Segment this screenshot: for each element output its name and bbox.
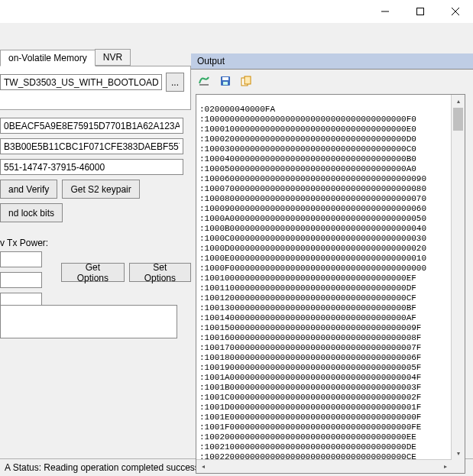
output-text[interactable]: :020000040000FA :10000000000000000000000… [196, 103, 451, 465]
scroll-down-button[interactable]: ▾ [452, 447, 465, 460]
file-path-input[interactable] [0, 74, 162, 90]
status-text: A Status: Reading operation completed su… [5, 462, 218, 473]
horizontal-scrollbar[interactable]: ◂ ▸ [196, 459, 452, 473]
tab-nvm[interactable]: on-Volatile Memory [0, 50, 96, 66]
lock-bits-button[interactable]: nd lock bits [0, 203, 63, 222]
key-field-3[interactable] [0, 159, 183, 175]
minimize-button[interactable] [368, 0, 403, 23]
scroll-thumb[interactable] [453, 108, 463, 131]
maximize-button[interactable] [403, 0, 438, 23]
set-options-button[interactable]: Set Options [129, 263, 191, 282]
verify-button[interactable]: and Verify [0, 180, 57, 199]
tab-nvr[interactable]: NVR [95, 49, 131, 66]
scroll-left-button[interactable]: ◂ [196, 463, 209, 470]
copy-icon[interactable] [238, 73, 255, 89]
output-box: :020000040000FA :10000000000000000000000… [196, 94, 465, 474]
close-button[interactable] [438, 0, 473, 23]
key-field-1[interactable] [0, 118, 183, 134]
output-toolbar [191, 70, 473, 92]
clear-icon[interactable] [196, 73, 212, 89]
key-field-2[interactable] [0, 138, 183, 154]
vertical-scrollbar[interactable]: ▴ ▾ [451, 95, 465, 473]
scroll-up-button[interactable]: ▴ [452, 95, 465, 108]
tx-power-input-1[interactable] [0, 251, 42, 267]
left-panel: on-Volatile Memory NVR ... and Verify Ge… [0, 23, 191, 458]
scroll-right-button[interactable]: ▸ [439, 463, 452, 470]
browse-button[interactable]: ... [166, 73, 184, 92]
svg-rect-6 [222, 77, 228, 80]
output-header: Output [191, 53, 473, 70]
titlebar [0, 0, 473, 23]
tx-power-input-2[interactable] [0, 272, 42, 288]
save-icon[interactable] [217, 73, 234, 89]
svg-rect-7 [223, 82, 228, 85]
tx-power-label: v Tx Power: [0, 238, 191, 248]
svg-rect-9 [245, 76, 251, 84]
nvm-panel: ... [0, 66, 191, 110]
get-options-button[interactable]: Get Options [61, 263, 125, 282]
svg-rect-1 [417, 8, 424, 15]
log-box[interactable] [0, 305, 177, 338]
get-s2-keypair-button[interactable]: Get S2 keypair [62, 180, 139, 199]
output-panel: Output [191, 23, 473, 458]
